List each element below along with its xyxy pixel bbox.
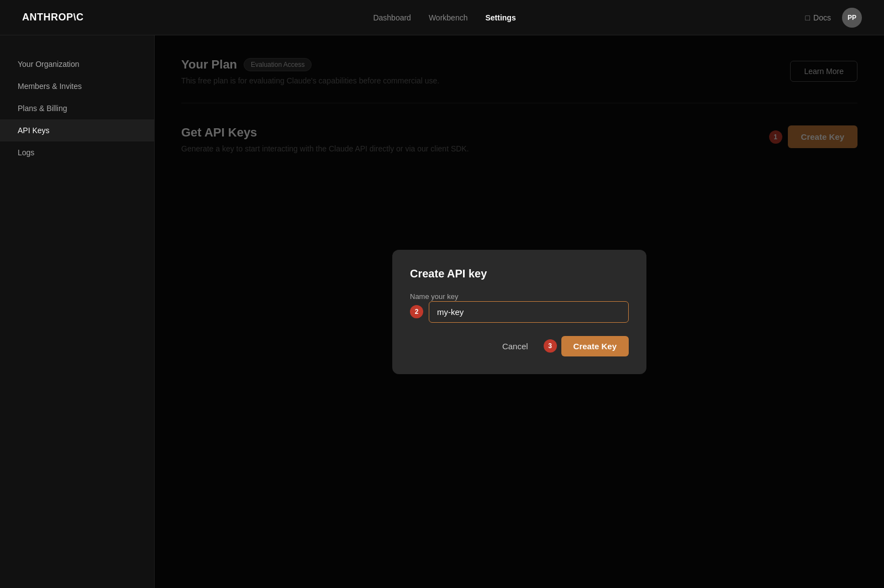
modal-title: Create API key — [410, 267, 629, 280]
app-logo: ANTHROP\C — [22, 12, 84, 23]
docs-link[interactable]: □ Docs — [806, 13, 831, 22]
modal-create-key-button[interactable]: Create Key — [561, 336, 629, 356]
nav-settings[interactable]: Settings — [485, 13, 515, 22]
topnav-right: □ Docs PP — [806, 8, 862, 28]
nav-dashboard[interactable]: Dashboard — [373, 13, 411, 22]
docs-icon: □ — [806, 13, 810, 22]
sidebar: Your Organization Members & Invites Plan… — [0, 35, 155, 588]
nav-links: Dashboard Workbench Settings — [373, 13, 515, 22]
create-btn-group: 3 Create Key — [544, 336, 629, 356]
topnav: ANTHROP\C Dashboard Workbench Settings □… — [0, 0, 884, 35]
sidebar-item-plans-billing[interactable]: Plans & Billing — [0, 97, 154, 119]
step-badge-3: 3 — [544, 339, 557, 353]
sidebar-item-logs[interactable]: Logs — [0, 141, 154, 164]
main-content: Your Plan Evaluation Access This free pl… — [155, 35, 884, 588]
cancel-button[interactable]: Cancel — [493, 336, 537, 356]
modal-input-row: 2 — [410, 301, 629, 323]
modal-actions: Cancel 3 Create Key — [410, 336, 629, 356]
layout: Your Organization Members & Invites Plan… — [0, 35, 884, 588]
nav-workbench[interactable]: Workbench — [429, 13, 468, 22]
step-badge-2: 2 — [410, 305, 423, 318]
key-name-input[interactable] — [429, 301, 629, 323]
key-name-label: Name your key — [410, 292, 458, 301]
create-api-key-modal: Create API key Name your key 2 Cancel 3 … — [392, 250, 646, 374]
sidebar-item-members-invites[interactable]: Members & Invites — [0, 75, 154, 97]
sidebar-item-api-keys[interactable]: API Keys — [0, 119, 154, 141]
modal-overlay: Create API key Name your key 2 Cancel 3 … — [155, 35, 884, 588]
sidebar-item-your-organization[interactable]: Your Organization — [0, 53, 154, 75]
avatar[interactable]: PP — [842, 8, 862, 28]
